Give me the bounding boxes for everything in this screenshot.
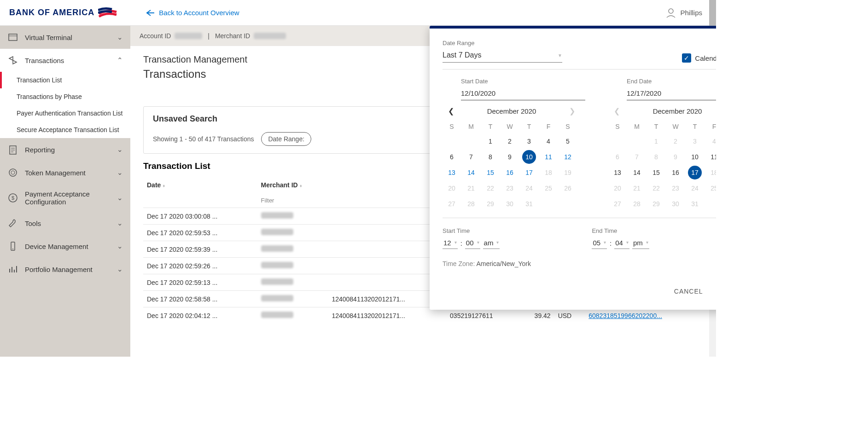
- calendar-day[interactable]: 30: [501, 197, 519, 211]
- calendar-day[interactable]: 9: [501, 150, 519, 164]
- calendar-day[interactable]: 11: [705, 150, 716, 164]
- calendar-day[interactable]: 27: [608, 197, 627, 211]
- calendar-day[interactable]: 6: [443, 150, 461, 164]
- start-date-input[interactable]: 12/10/2020: [461, 87, 585, 100]
- sidebar-item-token-management[interactable]: Token Management⌄: [0, 161, 130, 184]
- cell-merchant: [257, 291, 328, 307]
- calendar-day[interactable]: 2: [501, 134, 519, 149]
- calendar-day[interactable]: 27: [443, 197, 461, 211]
- calendar-day[interactable]: 31: [686, 197, 704, 211]
- calendar-day[interactable]: 22: [647, 181, 665, 196]
- calendar-day[interactable]: 11: [539, 150, 558, 164]
- sidebar-subitem-secure-acceptance-transaction-list[interactable]: Secure Acceptance Transaction List: [0, 121, 130, 138]
- calendar-day[interactable]: 20: [443, 181, 461, 196]
- sidebar-subitem-transactions-by-phase[interactable]: Transactions by Phase: [0, 88, 130, 105]
- calendar-day[interactable]: 4: [539, 134, 558, 149]
- prev-month-button[interactable]: ❮: [611, 107, 622, 116]
- calendar-day[interactable]: 24: [520, 181, 538, 196]
- cancel-button[interactable]: CANCEL: [674, 288, 703, 295]
- calendar-toggle[interactable]: ✓ Calendar: [682, 53, 716, 63]
- chevron-down-icon: ⌄: [117, 145, 123, 154]
- calendar-day[interactable]: 5: [559, 134, 577, 149]
- end-minute-select[interactable]: 04: [614, 237, 629, 249]
- calendar-day[interactable]: 17: [520, 165, 538, 180]
- calendar-day[interactable]: 28: [462, 197, 480, 211]
- date-range-label: Date Range: [443, 40, 682, 46]
- calendar-day[interactable]: 31: [520, 197, 538, 211]
- calendar-day[interactable]: 21: [628, 181, 646, 196]
- calendar-day[interactable]: 15: [647, 165, 665, 180]
- calendar-day[interactable]: 14: [462, 165, 480, 180]
- sidebar-item-reporting[interactable]: Reporting⌄: [0, 138, 130, 161]
- column-header[interactable]: Date♦: [143, 177, 257, 193]
- brand-text: BANK OF AMERICA: [9, 8, 94, 17]
- calendar-day[interactable]: 29: [647, 197, 665, 211]
- calendar-day[interactable]: 3: [686, 134, 704, 149]
- calendar-day[interactable]: 1: [647, 134, 665, 149]
- calendar-day[interactable]: 9: [666, 150, 685, 164]
- calendar-day[interactable]: 20: [608, 181, 627, 196]
- filter-label[interactable]: Filter: [257, 193, 328, 208]
- calendar-day[interactable]: 13: [443, 165, 461, 180]
- prev-month-button[interactable]: ❮: [445, 107, 456, 116]
- calendar-day[interactable]: 8: [647, 150, 665, 164]
- sidebar-item-payment-acceptance-configuration[interactable]: $Payment Acceptance Configuration⌄: [0, 184, 130, 212]
- calendar-day[interactable]: 2: [666, 134, 685, 149]
- calendar-day[interactable]: 7: [628, 150, 646, 164]
- calendar-day[interactable]: 10: [686, 150, 704, 164]
- sidebar-item-portfolio-management[interactable]: Portfolio Management⌄: [0, 258, 130, 281]
- showing-count: Showing 1 - 50 of 417 Transactions: [153, 135, 254, 143]
- start-minute-select[interactable]: 00: [465, 237, 480, 249]
- calendar-day[interactable]: 18: [539, 165, 558, 180]
- calendar-day[interactable]: 14: [628, 165, 646, 180]
- start-hour-select[interactable]: 12: [443, 237, 458, 249]
- next-month-button[interactable]: ❯: [567, 107, 578, 116]
- calendar-day[interactable]: 19: [559, 165, 577, 180]
- calendar-day[interactable]: 25: [539, 181, 558, 196]
- calendar-day[interactable]: 22: [481, 181, 500, 196]
- sidebar-item-transactions[interactable]: Transactions⌃: [0, 49, 130, 72]
- calendar-day[interactable]: 15: [481, 165, 500, 180]
- calendar-day[interactable]: 24: [686, 181, 704, 196]
- calendar-day[interactable]: 23: [501, 181, 519, 196]
- sidebar-item-tools[interactable]: Tools⌄: [0, 212, 130, 235]
- calendar-day[interactable]: 12: [559, 150, 577, 164]
- calendar-day[interactable]: 25: [705, 181, 716, 196]
- sidebar-subitem-transaction-list[interactable]: Transaction List: [0, 72, 130, 88]
- chevron-up-icon: ⌃: [117, 56, 123, 64]
- calendar-day[interactable]: 10: [522, 150, 536, 164]
- calendar-day[interactable]: 3: [520, 134, 538, 149]
- calendar-day[interactable]: 30: [666, 197, 685, 211]
- calendar-day[interactable]: 6: [608, 150, 627, 164]
- cell-c3: [328, 208, 446, 225]
- dow-header: T: [647, 120, 665, 133]
- user-icon: [665, 7, 676, 18]
- column-header[interactable]: Merchant ID♦: [257, 177, 328, 193]
- calendar-day[interactable]: 4: [705, 134, 716, 149]
- end-date-input[interactable]: 12/17/2020: [627, 87, 716, 100]
- calendar-day[interactable]: 16: [666, 165, 685, 180]
- sidebar-item-virtual-terminal[interactable]: Virtual Terminal⌄: [0, 26, 130, 49]
- calendar-day[interactable]: 13: [608, 165, 627, 180]
- sidebar-item-device-management[interactable]: Device Management⌄: [0, 235, 130, 258]
- calendar-day[interactable]: 7: [462, 150, 480, 164]
- calendar-day[interactable]: 28: [628, 197, 646, 211]
- sidebar-subitem-payer-authentication-transaction-list[interactable]: Payer Authentication Transaction List: [0, 105, 130, 121]
- user-menu[interactable]: Phillips: [665, 7, 702, 18]
- date-range-select[interactable]: Last 7 Days ▼: [443, 48, 562, 63]
- calendar-day[interactable]: 8: [481, 150, 500, 164]
- calendar-day[interactable]: 16: [501, 165, 519, 180]
- date-range-chip[interactable]: Date Range:: [261, 132, 311, 146]
- calendar-day[interactable]: 29: [481, 197, 500, 211]
- end-hour-select[interactable]: 05: [592, 237, 607, 249]
- calendar-day[interactable]: 18: [705, 165, 716, 180]
- start-ampm-select[interactable]: am: [483, 237, 500, 249]
- calendar-day[interactable]: 21: [462, 181, 480, 196]
- calendar-day[interactable]: 26: [559, 181, 577, 196]
- calendar-day[interactable]: 23: [666, 181, 685, 196]
- end-ampm-select[interactable]: pm: [632, 237, 649, 249]
- sidebar-item-label: Portfolio Management: [25, 266, 111, 273]
- back-to-overview-link[interactable]: Back to Account Overview: [146, 9, 239, 17]
- calendar-day[interactable]: 17: [688, 166, 702, 179]
- calendar-day[interactable]: 1: [481, 134, 500, 149]
